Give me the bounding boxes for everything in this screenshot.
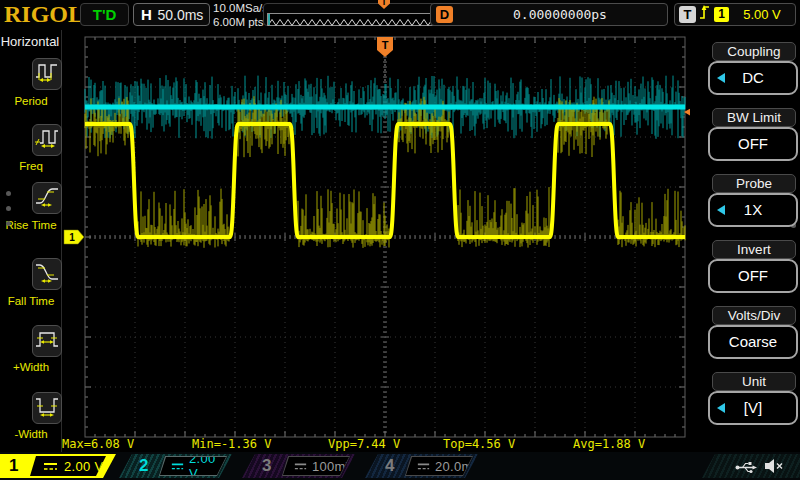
select-arrow-icon [717, 73, 725, 83]
channel-3-number: 3 [262, 455, 271, 477]
waveform-display: T1 [62, 30, 690, 452]
bw-limit-label: BW Limit [712, 108, 796, 127]
freq-button[interactable] [32, 124, 62, 156]
page-dot [6, 206, 11, 211]
window-bracket-left [268, 14, 270, 25]
period-icon [34, 61, 60, 87]
channel-1-number: 1 [9, 455, 18, 477]
sample-rate: 10.0MSa/s [213, 1, 268, 15]
bw-limit-value: OFF [738, 135, 768, 152]
timebase-badge[interactable]: H 50.0ms [133, 3, 210, 26]
select-arrow-icon [717, 403, 725, 413]
trigger-status-badge: T'D [80, 3, 129, 26]
channel-4-number: 4 [385, 455, 394, 477]
memory-depth: 6.00M pts [213, 15, 268, 29]
fall-time-button[interactable] [32, 258, 62, 290]
oscilloscope-screen: RIGOL T'D H 50.0ms 10.0MSa/s 6.00M pts T… [0, 0, 800, 480]
channel-3-scale: 100mV [312, 459, 355, 474]
channel-3-scale-panel: 100mV [282, 456, 350, 476]
measurement-min: Min=-1.36 V [192, 437, 271, 451]
top-status-bar: RIGOL T'D H 50.0ms 10.0MSa/s 6.00M pts T… [0, 0, 800, 30]
dc-coupling-icon [43, 457, 58, 475]
horizontal-label: H [141, 6, 152, 23]
plus-width-label: +Width [0, 361, 62, 373]
fall-time-label: Fall Time [0, 295, 62, 307]
usb-icon [735, 460, 758, 478]
channel-softkey-menu: CH1 Coupling DC BW Limit OFF Probe 1X In… [690, 30, 800, 452]
unit-label: Unit [712, 372, 796, 391]
measurement-vpp: Vpp=7.44 V [328, 437, 400, 451]
period-label: Period [0, 95, 62, 107]
rigol-logo: RIGOL [4, 1, 84, 28]
dc-coupling-icon [171, 457, 184, 475]
delay-icon: D [436, 6, 453, 23]
page-dot [6, 221, 11, 226]
invert-label: Invert [712, 240, 796, 259]
trigger-level-value: 5.00 V [729, 7, 795, 22]
channel-2-number: 2 [139, 455, 148, 477]
preview-trigger-marker: T [378, 0, 390, 9]
delay-value: 0.00000000ps [453, 7, 667, 22]
bw-limit-softkey[interactable]: OFF [708, 127, 798, 161]
delay-badge[interactable]: D 0.00000000ps [430, 3, 668, 26]
measurement-top: Top=4.56 V [443, 437, 515, 451]
dc-coupling-icon [417, 457, 430, 475]
probe-label: Probe [712, 174, 796, 193]
channel-2-scale: 2.00 V [189, 451, 226, 480]
acquisition-info: 10.0MSa/s 6.00M pts [213, 1, 268, 29]
invert-value: OFF [738, 267, 768, 284]
volts-div-value: Coarse [729, 333, 777, 350]
coupling-value: DC [742, 69, 764, 86]
period-button[interactable] [32, 58, 62, 90]
channel-1-scale-panel: 2.00 V [30, 456, 106, 476]
unit-value: [V] [744, 399, 762, 416]
speaker-muted-icon [764, 458, 784, 478]
plus-width-icon [34, 328, 60, 354]
trigger-source-chip: 1 [714, 7, 729, 22]
system-icons-area [702, 454, 800, 478]
waveform-display-area: T1 [62, 30, 690, 452]
measurement-avg: Avg=1.88 V [573, 437, 645, 451]
freq-label: Freq [0, 160, 62, 172]
trigger-settings-badge[interactable]: T 1 5.00 V [674, 3, 796, 26]
trigger-icon: T [679, 6, 696, 23]
timebase-value: 50.0ms [152, 7, 209, 23]
dc-coupling-icon [294, 457, 307, 475]
unit-softkey[interactable]: [V] [708, 391, 798, 425]
coupling-softkey[interactable]: DC [708, 61, 798, 95]
measurement-row: Max=6.08 V Min=-1.36 V Vpp=7.44 V Top=4.… [62, 437, 690, 452]
page-dot [6, 191, 11, 196]
rise-time-button[interactable] [32, 182, 62, 214]
fall-time-icon [34, 261, 60, 287]
channel-2-scale-panel: 2.00 V [159, 456, 227, 476]
horizontal-measure-menu: Horizontal Period [0, 30, 62, 452]
volts-div-label: Volts/Div [712, 306, 796, 325]
trigger-marker-letter: T [382, 39, 389, 51]
left-menu-title: Horizontal [0, 34, 60, 49]
channel-4-scale-panel: 20.0mV [405, 456, 473, 476]
rising-edge-icon [700, 4, 710, 25]
volts-div-softkey[interactable]: Coarse [708, 325, 798, 359]
probe-softkey[interactable]: 1X [708, 193, 798, 227]
minus-width-icon [34, 395, 60, 421]
ch1-marker-label: 1 [69, 232, 75, 243]
minus-width-label: -Width [0, 428, 62, 440]
coupling-label: Coupling [712, 42, 796, 61]
freq-icon [34, 127, 60, 153]
channel-4-tab[interactable]: 4 20.0mV [365, 454, 478, 478]
channel-1-scale: 2.00 V [64, 459, 103, 474]
channel-4-scale: 20.0mV [435, 459, 482, 474]
probe-value: 1X [744, 201, 762, 218]
channel-1-tab[interactable]: 1 2.00 V [0, 454, 116, 478]
rise-time-icon [34, 185, 60, 211]
minus-width-button[interactable] [32, 392, 62, 424]
channel-2-tab[interactable]: 2 2.00 V [119, 454, 232, 478]
measurement-max: Max=6.08 V [62, 437, 134, 451]
invert-softkey[interactable]: OFF [708, 259, 798, 293]
channel-3-tab[interactable]: 3 100mV [242, 454, 355, 478]
channel-status-bar: 1 2.00 V 2 2.00 V [0, 452, 800, 480]
plus-width-button[interactable] [32, 325, 62, 357]
select-arrow-icon [717, 205, 725, 215]
